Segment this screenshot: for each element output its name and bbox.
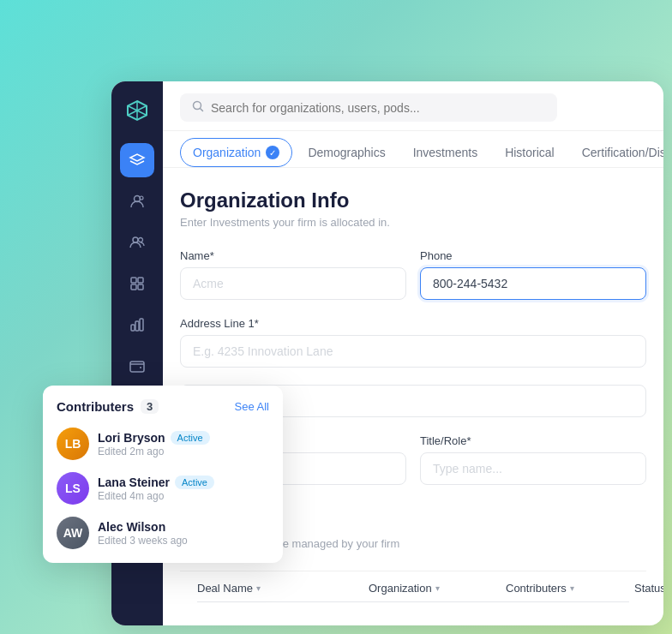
contributors-count-badge: 3 — [141, 399, 159, 414]
title-label: Title/Role* — [420, 434, 646, 447]
logo-icon[interactable] — [122, 95, 153, 126]
contributor-name-row-alec: Alec Wilson — [98, 520, 269, 534]
address-row: Address Line 1* — [180, 317, 646, 368]
address-label: Address Line 1* — [180, 317, 646, 330]
popup-header: Contributers 3 See All — [57, 399, 269, 414]
tab-organization-check: ✓ — [266, 146, 279, 159]
contributor-item-lori: LB Lori Bryson Active Edited 2m ago — [57, 428, 269, 460]
svg-point-3 — [139, 238, 143, 242]
svg-rect-4 — [131, 278, 136, 283]
chevron-down-icon: ▾ — [435, 583, 440, 593]
contributor-item-alec: AW Alec Wilson Edited 3 weeks ago — [57, 517, 269, 549]
avatar-lana: LS — [57, 472, 89, 505]
svg-point-2 — [133, 237, 138, 242]
phone-field-group: Phone — [420, 249, 646, 300]
name-phone-row: Name* Phone — [180, 249, 646, 300]
status-badge-lori: Active — [171, 431, 210, 445]
col-header-organization[interactable]: Organization ▾ — [369, 582, 506, 595]
contributor-name-alec: Alec Wilson — [98, 520, 165, 534]
popup-title: Contributers 3 — [57, 399, 159, 414]
chevron-down-icon: ▾ — [570, 583, 574, 593]
form-subtitle: Enter Investments your firm is allocated… — [180, 216, 646, 229]
name-label: Name* — [180, 249, 406, 262]
avatar-alec: AW — [57, 517, 89, 549]
sidebar-item-users[interactable] — [120, 184, 154, 218]
search-input-wrap[interactable] — [180, 93, 557, 122]
title-field-group: Title/Role* — [420, 434, 646, 485]
svg-rect-10 — [140, 319, 143, 331]
contributor-name-lana: Lana Steiner — [98, 476, 170, 489]
tab-historical[interactable]: Historical — [493, 139, 567, 166]
avatar-lori: LB — [57, 428, 89, 460]
tab-organization-label: Organization — [193, 146, 261, 159]
contributor-time-alec: Edited 3 weeks ago — [98, 535, 269, 547]
form-title: Organization Info — [180, 188, 646, 212]
svg-rect-7 — [138, 284, 143, 290]
sidebar-item-layers[interactable] — [120, 143, 154, 177]
phone-label: Phone — [420, 249, 646, 262]
contributor-name-row-lana: Lana Steiner Active — [98, 476, 269, 489]
name-field-group: Name* — [180, 249, 406, 300]
svg-rect-9 — [135, 321, 139, 331]
contributors-popup: Contributers 3 See All LB Lori Bryson Ac… — [43, 386, 283, 563]
contributor-time-lana: Edited 4m ago — [98, 490, 269, 502]
contributor-name-lori: Lori Bryson — [98, 431, 165, 445]
chevron-down-icon: ▾ — [256, 583, 261, 593]
tabs-row: Organization ✓ Demographics Investments … — [163, 131, 663, 168]
svg-rect-6 — [131, 284, 136, 290]
col-header-contributers[interactable]: Contributers ▾ — [506, 582, 634, 595]
col-header-deal-name[interactable]: Deal Name ▾ — [197, 582, 369, 595]
search-icon — [192, 100, 204, 115]
sidebar-item-wallet[interactable] — [120, 349, 154, 383]
tab-investments[interactable]: Investments — [401, 139, 489, 166]
status-badge-lana: Active — [175, 476, 214, 489]
address-input[interactable] — [180, 335, 646, 368]
phone-input[interactable] — [420, 267, 646, 300]
sidebar-item-grid[interactable] — [120, 266, 154, 301]
title-input[interactable] — [420, 452, 646, 485]
svg-rect-8 — [131, 325, 135, 331]
address-field-group: Address Line 1* — [180, 317, 646, 368]
search-bar-area — [163, 81, 663, 131]
sidebar-item-people[interactable] — [120, 225, 154, 260]
search-input[interactable] — [211, 101, 545, 115]
tab-certification[interactable]: Certification/Disclaimers — [570, 139, 663, 166]
svg-rect-5 — [138, 278, 143, 283]
see-all-link[interactable]: See All — [235, 400, 269, 413]
contributor-info-alec: Alec Wilson Edited 3 weeks ago — [98, 520, 269, 547]
contributor-info-lori: Lori Bryson Active Edited 2m ago — [98, 431, 269, 458]
contributor-name-row-lori: Lori Bryson Active — [98, 431, 269, 445]
name-input[interactable] — [180, 267, 406, 300]
contributor-time-lori: Edited 2m ago — [98, 446, 269, 458]
contributor-info-lana: Lana Steiner Active Edited 4m ago — [98, 476, 269, 502]
table-area: Deal Name ▾ Organization ▾ Contributers … — [180, 571, 646, 602]
svg-rect-11 — [130, 362, 144, 372]
table-header-row: Deal Name ▾ Organization ▾ Contributers … — [197, 571, 629, 602]
tab-demographics[interactable]: Demographics — [296, 139, 397, 166]
tab-organization[interactable]: Organization ✓ — [180, 138, 292, 167]
sidebar-item-chart[interactable] — [120, 308, 154, 342]
contributor-item-lana: LS Lana Steiner Active Edited 4m ago — [57, 472, 269, 505]
col-header-status[interactable]: Status ▾ — [634, 582, 663, 595]
